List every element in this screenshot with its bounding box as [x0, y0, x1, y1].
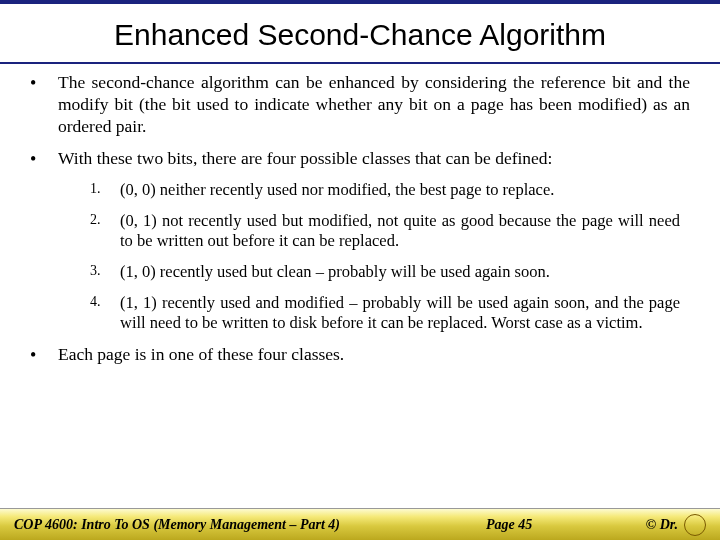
bullet-text: With these two bits, there are four poss… — [58, 148, 553, 171]
item-number: 4. — [90, 293, 120, 334]
ucf-logo-icon — [684, 514, 706, 536]
item-number: 2. — [90, 211, 120, 252]
item-text: (0, 1) not recently used but modified, n… — [120, 211, 680, 252]
list-item: 4. (1, 1) recently used and modified – p… — [90, 293, 680, 334]
slide-title: Enhanced Second-Chance Algorithm — [0, 4, 720, 58]
bullet-dot: • — [30, 72, 58, 138]
item-number: 1. — [90, 180, 120, 201]
bullet-2: • With these two bits, there are four po… — [30, 148, 690, 171]
footer-course: COP 4600: Intro To OS (Memory Management… — [14, 517, 486, 533]
item-text: (1, 0) recently used but clean – probabl… — [120, 262, 550, 283]
item-text: (0, 0) neither recently used nor modifie… — [120, 180, 554, 201]
bullet-1: • The second-chance algorithm can be enh… — [30, 72, 690, 138]
bullet-text: The second-chance algorithm can be enhan… — [58, 72, 690, 138]
list-item: 2. (0, 1) not recently used but modified… — [90, 211, 680, 252]
slide-content: • The second-chance algorithm can be enh… — [0, 72, 720, 540]
slide-footer: COP 4600: Intro To OS (Memory Management… — [0, 508, 720, 540]
footer-page: Page 45 — [486, 517, 626, 533]
item-text: (1, 1) recently used and modified – prob… — [120, 293, 680, 334]
bullet-dot: • — [30, 148, 58, 171]
list-item: 1. (0, 0) neither recently used nor modi… — [90, 180, 680, 201]
list-item: 3. (1, 0) recently used but clean – prob… — [90, 262, 680, 283]
bullet-text: Each page is in one of these four classe… — [58, 344, 344, 367]
footer-credit-text: © Dr. — [646, 517, 678, 533]
bullet-3: • Each page is in one of these four clas… — [30, 344, 690, 367]
footer-credit: © Dr. — [626, 514, 706, 536]
item-number: 3. — [90, 262, 120, 283]
title-rule — [0, 62, 720, 64]
slide: Enhanced Second-Chance Algorithm • The s… — [0, 0, 720, 540]
bullet-dot: • — [30, 344, 58, 367]
numbered-list: 1. (0, 0) neither recently used nor modi… — [30, 180, 690, 334]
